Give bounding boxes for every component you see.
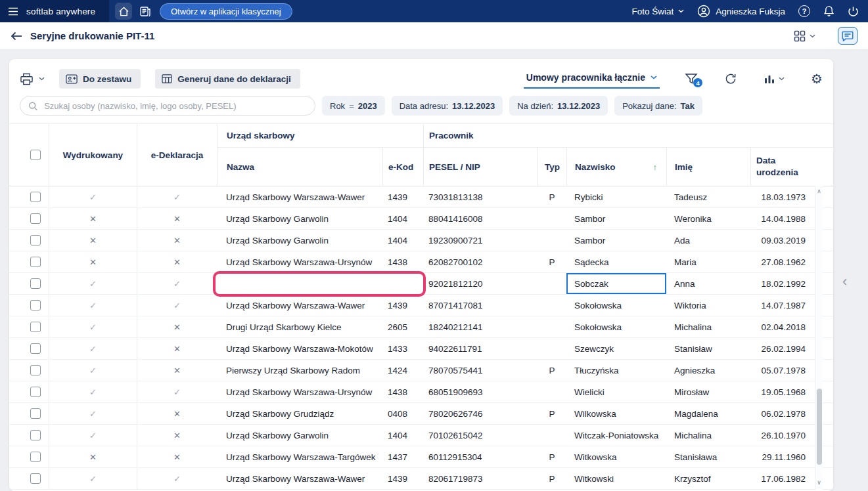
table-row[interactable]: ✓✕Drugi Urząd Skarbowy Kielce26051824021… <box>9 316 833 338</box>
menu-icon[interactable] <box>8 7 18 16</box>
row-checkbox[interactable] <box>30 387 41 397</box>
row-checkbox[interactable] <box>30 257 41 267</box>
row-checkbox[interactable] <box>30 343 41 354</box>
cell-data_urodzenia[interactable]: 09.03.2019 <box>750 230 811 251</box>
open-classic-button[interactable]: Otwórz w aplikacji klasycznej <box>160 3 292 20</box>
cell-nazwisko[interactable]: Sądecka <box>566 251 666 272</box>
vertical-scrollbar[interactable]: ∧ ∨ <box>815 186 823 490</box>
cell-typ[interactable] <box>537 316 566 337</box>
cell-nazwisko[interactable]: Tłuczyńska <box>566 360 666 381</box>
cell-nazwisko[interactable]: Sokołowska <box>566 316 666 337</box>
row-checkbox[interactable] <box>30 408 41 419</box>
cell-nazwisko[interactable]: Sambor <box>566 208 666 229</box>
cell-pesel[interactable]: 87071417081 <box>423 295 537 316</box>
table-row[interactable]: ✓✕Pierwszy Urząd Skarbowy Radom142478070… <box>9 360 833 381</box>
cell-pesel[interactable]: 60112915304 <box>423 446 537 467</box>
cell-nazwa[interactable]: Urząd Skarbowy Garwolin <box>217 208 382 229</box>
cell-ekod[interactable]: 2605 <box>382 316 423 337</box>
cell-typ[interactable]: P <box>537 468 566 489</box>
cell-ekod[interactable]: 1433 <box>382 338 423 359</box>
header-ekod[interactable]: e-Kod <box>382 148 423 186</box>
cell-data_urodzenia[interactable]: 19.05.1968 <box>750 381 811 402</box>
search-box[interactable] <box>20 96 315 116</box>
filter-chip[interactable]: Na dzień:13.12.2023 <box>509 96 608 116</box>
cell-ekod[interactable]: 1438 <box>382 381 423 402</box>
cell-pesel[interactable]: 94022611791 <box>423 338 537 359</box>
cell-nazwisko[interactable]: Wilkowska <box>566 403 666 424</box>
cell-ekod[interactable]: 1437 <box>382 446 423 467</box>
cell-data_urodzenia[interactable]: 27.08.1962 <box>750 251 811 272</box>
cell-nazwa[interactable] <box>217 273 382 294</box>
header-typ[interactable]: Typ <box>537 148 566 186</box>
cell-typ[interactable] <box>537 208 566 229</box>
cell-typ[interactable]: P <box>537 403 566 424</box>
table-row[interactable]: ✓✕Urząd Skarbowy Garwolin140470102615042… <box>9 425 833 446</box>
cell-pesel[interactable]: 92021812120 <box>423 273 537 294</box>
cell-data_urodzenia[interactable]: 14.07.1987 <box>750 295 811 316</box>
cell-data_urodzenia[interactable]: 17.06.1982 <box>750 468 811 489</box>
table-row[interactable]: ✕✕Urząd Skarbowy Warszawa-Targówek143760… <box>9 446 833 468</box>
cell-imie[interactable]: Agnieszka <box>666 360 750 381</box>
cell-nazwisko[interactable]: Sobczak <box>566 273 666 294</box>
cell-ekod[interactable] <box>382 273 423 294</box>
cell-pesel[interactable]: 68051909693 <box>423 381 537 402</box>
cell-ekod[interactable]: 1439 <box>382 295 423 316</box>
table-row[interactable]: ✕✕Urząd Skarbowy Garwolin140488041416008… <box>9 208 833 230</box>
row-checkbox[interactable] <box>30 365 41 375</box>
row-checkbox[interactable] <box>30 322 41 332</box>
row-checkbox[interactable] <box>30 473 41 484</box>
cell-nazwisko[interactable]: Szewczyk <box>566 338 666 359</box>
user-menu[interactable]: Agnieszka Fuksja <box>697 5 785 18</box>
contracts-mode-dropdown[interactable]: Umowy pracownika łącznie <box>524 70 660 89</box>
cell-pesel[interactable]: 19230900721 <box>423 230 537 251</box>
cell-nazwisko[interactable]: Wielicki <box>566 381 666 402</box>
cell-nazwisko[interactable]: Sokołowska <box>566 295 666 316</box>
cell-data_urodzenia[interactable]: 02.04.2018 <box>750 316 811 337</box>
stats-button[interactable] <box>764 73 785 85</box>
cell-typ[interactable]: P <box>537 186 566 207</box>
row-checkbox[interactable] <box>30 235 41 245</box>
cell-nazwisko[interactable]: Rybicki <box>566 186 666 207</box>
cell-data_urodzenia[interactable]: 05.07.1978 <box>750 360 811 381</box>
cell-data_urodzenia[interactable]: 26.02.1994 <box>750 338 811 359</box>
row-checkbox[interactable] <box>30 452 41 462</box>
cell-imie[interactable]: Krzysztof <box>666 468 750 489</box>
cell-imie[interactable]: Stanisław <box>666 338 750 359</box>
cell-imie[interactable]: Maria <box>666 251 750 272</box>
cell-pesel[interactable]: 73031813138 <box>423 186 537 207</box>
cell-typ[interactable]: P <box>537 251 566 272</box>
cell-ekod[interactable]: 1439 <box>382 186 423 207</box>
add-to-set-button[interactable]: Do zestawu <box>59 69 141 89</box>
cell-typ[interactable]: P <box>537 360 566 381</box>
table-row[interactable]: ✓✕Urząd Skarbowy Grudziądz04087802062674… <box>9 403 833 425</box>
cell-imie[interactable]: Anna <box>666 273 750 294</box>
refresh-button[interactable] <box>724 72 737 85</box>
generate-data-button[interactable]: Generuj dane do deklaracji <box>155 69 300 89</box>
cell-nazwisko[interactable]: Witczak-Poniatowska <box>566 425 666 446</box>
cell-nazwa[interactable]: Urząd Skarbowy Warszawa-Targówek <box>217 446 382 467</box>
cell-ekod[interactable]: 1439 <box>382 468 423 489</box>
cell-data_urodzenia[interactable]: 14.04.1988 <box>750 208 811 229</box>
cell-nazwa[interactable]: Urząd Skarbowy Warszawa-Wawer <box>217 468 382 489</box>
home-icon[interactable] <box>115 3 132 20</box>
cell-nazwa[interactable]: Drugi Urząd Skarbowy Kielce <box>217 316 382 337</box>
table-row[interactable]: ✕✕Urząd Skarbowy Garwolin140419230900721… <box>9 230 833 251</box>
cell-typ[interactable] <box>537 381 566 402</box>
cell-ekod[interactable]: 1404 <box>382 208 423 229</box>
cell-ekod[interactable]: 1404 <box>382 425 423 446</box>
table-row[interactable]: ✓✓Urząd Skarbowy Warszawa-Wawer143987071… <box>9 295 833 316</box>
cell-typ[interactable] <box>537 273 566 294</box>
header-nazwa[interactable]: Nazwa <box>217 148 382 186</box>
cell-nazwisko[interactable]: Sambor <box>566 230 666 251</box>
cell-pesel[interactable]: 88041416008 <box>423 208 537 229</box>
row-checkbox[interactable] <box>30 213 41 224</box>
cell-data_urodzenia[interactable]: 29.11.1960 <box>750 446 811 467</box>
header-checkbox[interactable] <box>30 150 41 160</box>
help-icon[interactable]: ? <box>798 5 810 17</box>
header-nazwisko[interactable]: Nazwisko ↑ <box>566 148 666 186</box>
table-row[interactable]: ✓✕Urząd Skarbowy Warszawa-Mokotów1433940… <box>9 338 833 360</box>
row-checkbox[interactable] <box>30 430 41 440</box>
cell-nazwa[interactable]: Urząd Skarbowy Warszawa-Wawer <box>217 186 382 207</box>
search-input[interactable] <box>43 100 307 112</box>
cell-typ[interactable] <box>537 338 566 359</box>
